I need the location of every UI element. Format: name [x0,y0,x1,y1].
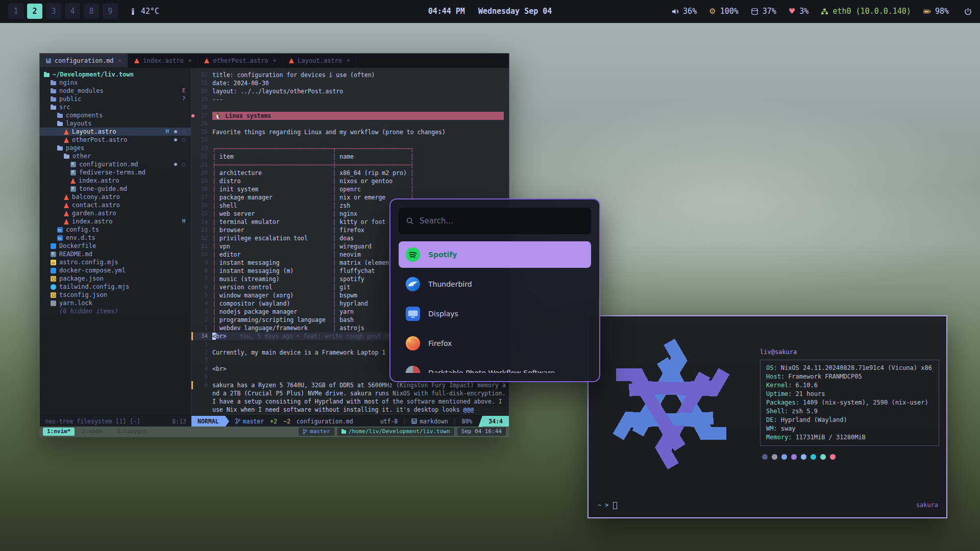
launcher-item-firefox[interactable]: Firefox [399,330,591,357]
workspace-button-3[interactable]: 3 [46,4,61,19]
volume-value: 36% [683,7,697,16]
tree-item-env-d-ts[interactable]: env.d.ts [40,234,191,242]
tailwind-icon [51,284,56,290]
workspace-button-1[interactable]: 1 [8,4,23,19]
close-icon[interactable]: × [347,57,350,64]
tree-item-fediverse-terms-md[interactable]: fediverse-terms.md [40,168,191,177]
tree-item-label: index.astro [79,177,119,185]
volume-module[interactable]: 36% [671,7,697,16]
stat-label: DE: [766,416,777,424]
spotify-icon [405,247,421,262]
launcher-results: SpotifyThunderbirdDisplaysFirefoxDarktab… [399,241,591,373]
workspace-button-4[interactable]: 4 [65,4,80,19]
tree-item-contact-astro[interactable]: contact.astro [40,201,191,209]
stat-label: Host: [766,372,785,381]
power-button[interactable] [964,8,972,15]
tree-item-label: balcony.astro [72,193,120,201]
fetch-stat-memory: Memory:11731MiB / 31280MiB [766,433,933,442]
tree-item-readme-md[interactable]: README.md [40,250,191,258]
close-icon[interactable]: × [188,57,192,64]
tree-item-label: docker-compose.yml [59,266,126,274]
tree-item-yarn-lock[interactable]: yarn.lock [40,299,191,307]
tree-item-label: other [72,152,91,160]
tree-item-docker-compose-yml[interactable]: docker-compose.yml [40,266,191,274]
launcher-item-thunderbird[interactable]: Thunderbird [399,271,591,297]
tree-item-layout-astro[interactable]: Layout.astroH ● □ [40,128,191,136]
tab-index-astro[interactable]: index.astro× [128,54,198,67]
git-diff-modified: ~2 [283,418,290,425]
tree-item-configuration-md[interactable]: configuration.md● □ [40,160,191,168]
neotree-status-position: 8:13 [172,418,186,425]
tree-item-public[interactable]: public? [40,95,191,103]
battery-module[interactable]: 98% [923,7,949,16]
tree-item-balcony-astro[interactable]: balcony.astro [40,193,191,201]
git-status-badge: ● □ [174,136,186,144]
tree-item-label: node_modules [59,87,104,95]
tree-item-6-hidden-items: (6 hidden items) [40,307,191,315]
launcher-item-darktable-photo-workflow-software[interactable]: Darktable Photo Workflow Software [399,360,591,373]
heart-icon: ♥ [789,8,795,15]
launcher-item-displays[interactable]: Displays [399,300,591,327]
stat-value: zsh 5.9 [792,407,818,416]
tree-item-tone-guide-md[interactable]: tone-guide.md [40,185,191,193]
tree-item-layouts[interactable]: layouts [40,119,191,128]
astro-icon [64,203,69,208]
mode-indicator: NORMAL [191,416,225,427]
tree-item-tailwind-config-mjs[interactable]: tailwind.config.mjs [40,283,191,291]
tree-item-garden-astro[interactable]: garden.astro [40,209,191,217]
tree-item-index-astro[interactable]: index.astro [40,177,191,185]
tree-item-node-modules[interactable]: node_modulesE [40,87,191,95]
tree-item-other[interactable]: other [40,152,191,160]
search-input[interactable] [420,216,584,226]
tree-item-astro-config-mjs[interactable]: astro.config.mjs [40,258,191,266]
line-number: 20 [195,169,212,177]
close-icon[interactable]: × [118,57,122,64]
neotree-status-label: neo-tree filesystem [1] [-] [45,418,140,425]
tmux-window-3-lazygit[interactable]: 3:lazygit- [113,428,155,436]
workspace-button-2[interactable]: 2 [27,4,42,19]
tree-item-src[interactable]: src [40,103,191,111]
tree-item-label: astro.config.mjs [59,258,118,266]
prompt-line[interactable]: ~ > [598,501,617,510]
line-text: title: configuration for devices i use (… [212,71,509,79]
tree-item-dockerfile[interactable]: Dockerfile [40,242,191,250]
tree-item-tsconfig-json[interactable]: tsconfig.json [40,291,191,299]
tree-item-otherpost-astro[interactable]: otherPost.astro● □ [40,136,191,144]
powerline-separator [478,416,482,427]
launcher-item-label: Displays [428,310,458,318]
speaker-icon [671,8,679,15]
tmux-window-2-node[interactable]: 2:node- [78,428,109,436]
tree-item-nginx[interactable]: nginx [40,79,191,87]
sign-column [191,153,195,161]
launcher-item-spotify[interactable]: Spotify [399,241,591,268]
network-module[interactable]: eth0 (10.0.0.140) [821,7,911,16]
tab-layout-astro[interactable]: Layout.astro× [283,54,356,67]
workspace-button-8[interactable]: 8 [84,4,99,19]
folder-icon [51,97,56,102]
disk-module[interactable]: 37% [751,7,776,16]
tree-item-components[interactable]: components [40,111,191,119]
tree-root[interactable]: ~/Development/liv.town [40,70,191,79]
tree-item-package-json[interactable]: package.json [40,274,191,283]
line-number: 16 [195,202,212,210]
tmux-window-1-nvim[interactable]: 1:nvim* [43,428,75,436]
workspace-button-9[interactable]: 9 [103,4,118,19]
tree-item-index-astro[interactable]: index.astroH [40,217,191,226]
tab-configuration-md[interactable]: configuration.md× [40,54,128,67]
tree-item-label: configuration.md [79,160,138,168]
line-text: layout: ../../layouts/otherPost.astro [212,87,509,95]
tree-item-label: env.d.ts [66,234,95,242]
sign-column [191,299,195,308]
close-icon[interactable]: × [273,57,277,64]
line-text: date: 2024-08-30 [212,79,509,87]
temperature-module[interactable]: 42°C [129,7,159,16]
tab-otherpost-astro[interactable]: otherPost.astro× [198,54,283,67]
fetch-terminal[interactable]: liv@sakura OS:NixOS 24.11.20240828.71e91… [587,315,947,518]
editor-line: 22│ item │ name │ [191,153,509,161]
tree-item-label: contact.astro [72,201,120,209]
load-module[interactable]: ♥ 3% [789,7,809,16]
line-text: 🐧 Linux systems [212,112,509,120]
tree-item-pages[interactable]: pages [40,144,191,152]
tree-item-config-ts[interactable]: config.ts [40,226,191,234]
gear-module[interactable]: ⚙ 100% [709,7,739,16]
